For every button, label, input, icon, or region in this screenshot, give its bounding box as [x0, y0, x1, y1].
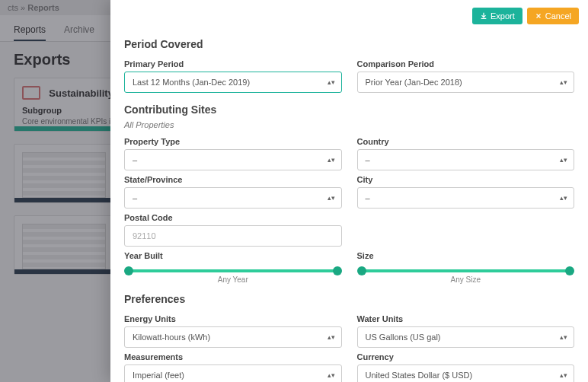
year-built-slider[interactable] [124, 268, 342, 274]
city-select[interactable]: –▴▾ [357, 187, 575, 209]
year-built-caption: Any Year [124, 275, 342, 284]
chevron-sort-icon: ▴▾ [560, 157, 567, 164]
size-label: Size [357, 251, 575, 260]
water-units-label: Water Units [357, 314, 575, 323]
cancel-button[interactable]: Cancel [527, 8, 579, 24]
chevron-sort-icon: ▴▾ [560, 372, 567, 379]
chevron-sort-icon: ▴▾ [328, 334, 335, 341]
currency-label: Currency [357, 352, 575, 361]
property-type-label: Property Type [124, 137, 342, 146]
primary-period-label: Primary Period [124, 59, 342, 68]
measurements-select[interactable]: Imperial (feet)▴▾ [124, 364, 342, 382]
comparison-period-select[interactable]: Prior Year (Jan-Dec 2018)▴▾ [357, 72, 575, 93]
water-units-select[interactable]: US Gallons (US gal)▴▾ [357, 326, 575, 348]
size-caption: Any Size [357, 275, 575, 284]
state-select[interactable]: –▴▾ [124, 187, 342, 209]
section-period-heading: Period Covered [124, 38, 574, 50]
export-button[interactable]: Export [472, 8, 522, 24]
chevron-sort-icon: ▴▾ [328, 79, 335, 86]
postal-input[interactable] [124, 225, 342, 247]
chevron-sort-icon: ▴▾ [560, 195, 567, 202]
modal-header: Export Cancel [110, 0, 588, 32]
country-select[interactable]: –▴▾ [357, 149, 575, 170]
comparison-period-label: Comparison Period [357, 59, 575, 68]
export-modal: Export Cancel Period Covered Primary Per… [110, 0, 588, 382]
city-label: City [357, 175, 575, 184]
section-sites-heading: Contributing Sites [124, 103, 574, 116]
chevron-sort-icon: ▴▾ [328, 157, 335, 164]
sites-subtitle: All Properties [124, 120, 574, 129]
size-slider[interactable] [357, 268, 575, 274]
modal-body: Period Covered Primary Period Last 12 Mo… [110, 32, 588, 382]
year-built-label: Year Built [124, 251, 342, 260]
energy-units-select[interactable]: Kilowatt-hours (kWh)▴▾ [124, 326, 342, 348]
measurements-label: Measurements [124, 352, 342, 361]
country-label: Country [357, 137, 575, 146]
section-prefs-heading: Preferences [124, 293, 574, 305]
postal-label: Postal Code [124, 213, 342, 222]
state-label: State/Province [124, 175, 342, 184]
chevron-sort-icon: ▴▾ [560, 334, 567, 341]
close-icon [535, 12, 542, 20]
chevron-sort-icon: ▴▾ [328, 372, 335, 379]
primary-period-select[interactable]: Last 12 Months (Jan-Dec 2019)▴▾ [124, 72, 342, 93]
download-icon [480, 12, 487, 20]
property-type-select[interactable]: –▴▾ [124, 149, 342, 170]
currency-select[interactable]: United States Dollar ($ USD)▴▾ [357, 364, 575, 382]
energy-units-label: Energy Units [124, 314, 342, 323]
chevron-sort-icon: ▴▾ [328, 195, 335, 202]
chevron-sort-icon: ▴▾ [560, 79, 567, 86]
